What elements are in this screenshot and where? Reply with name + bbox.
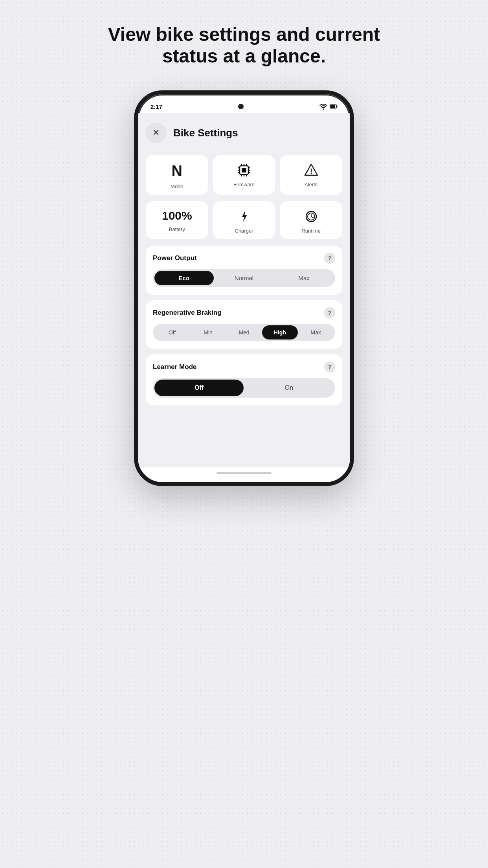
regen-braking-panel: Regenerative Braking ? Off Min Med High … — [146, 300, 342, 349]
regen-off-option[interactable]: Off — [154, 325, 190, 339]
learner-mode-help-button[interactable]: ? — [324, 362, 335, 373]
regen-braking-control: Off Min Med High Max — [153, 324, 335, 341]
mode-icon: N — [172, 163, 182, 180]
page-headline: View bike settings and currentstatus at … — [108, 24, 380, 67]
tile-runtime[interactable]: Runtime — [280, 201, 342, 239]
regen-max-option[interactable]: Max — [298, 325, 334, 339]
charger-label: Charger — [235, 228, 253, 234]
mode-label: Mode — [171, 184, 183, 189]
tile-firmware[interactable]: Firmware — [213, 155, 275, 195]
runtime-label: Runtime — [301, 228, 320, 234]
power-output-max-option[interactable]: Max — [274, 271, 334, 285]
learner-mode-control: Off On — [153, 378, 335, 398]
screen-header: ✕ Bike Settings — [146, 123, 342, 143]
regen-braking-header: Regenerative Braking ? — [153, 307, 335, 318]
power-output-normal-option[interactable]: Normal — [215, 271, 274, 285]
regen-high-option[interactable]: High — [262, 325, 297, 339]
svg-rect-1 — [337, 106, 338, 108]
firmware-icon — [237, 163, 251, 178]
svg-point-18 — [310, 173, 312, 174]
battery-value-icon: 100% — [162, 209, 192, 222]
alerts-label: Alerts — [305, 182, 317, 187]
learner-on-option[interactable]: On — [244, 380, 334, 396]
charger-icon — [237, 209, 251, 224]
tile-mode[interactable]: N Mode — [146, 155, 208, 195]
svg-rect-2 — [330, 105, 335, 108]
home-bar — [138, 467, 350, 482]
alerts-icon — [304, 163, 319, 178]
tiles-row-2: 100% Battery Charger — [146, 201, 342, 239]
regen-braking-title: Regenerative Braking — [153, 309, 222, 317]
home-bar-indicator — [216, 472, 272, 474]
phone-shell: 2:17 — [134, 90, 354, 486]
svg-line-23 — [311, 217, 313, 218]
close-button[interactable]: ✕ — [146, 123, 166, 143]
status-icons — [319, 103, 338, 110]
camera-cutout — [238, 104, 244, 109]
power-output-panel: Power Output ? Eco Normal Max — [146, 246, 342, 295]
power-output-title: Power Output — [153, 254, 196, 262]
regen-med-option[interactable]: Med — [226, 325, 262, 339]
screen-title: Bike Settings — [173, 127, 238, 139]
screen-content: ✕ Bike Settings N Mode — [138, 113, 350, 467]
power-output-control: Eco Normal Max — [153, 269, 335, 287]
firmware-label: Firmware — [233, 182, 255, 187]
tile-battery[interactable]: 100% Battery — [146, 201, 208, 239]
learner-mode-panel: Learner Mode ? Off On — [146, 354, 342, 406]
runtime-icon — [304, 209, 319, 224]
power-output-header: Power Output ? — [153, 253, 335, 264]
battery-label: Battery — [169, 226, 185, 232]
status-time: 2:17 — [150, 103, 162, 110]
learner-off-option[interactable]: Off — [154, 380, 244, 396]
tile-charger[interactable]: Charger — [213, 201, 275, 239]
learner-mode-title: Learner Mode — [153, 363, 196, 371]
tile-alerts[interactable]: Alerts — [280, 155, 342, 195]
wifi-icon — [319, 103, 327, 110]
power-output-eco-option[interactable]: Eco — [154, 271, 214, 285]
power-output-help-button[interactable]: ? — [324, 253, 335, 264]
tiles-row-1: N Mode — [146, 155, 342, 195]
svg-rect-4 — [242, 168, 246, 172]
battery-icon — [330, 104, 338, 109]
status-bar: 2:17 — [138, 94, 350, 113]
learner-mode-header: Learner Mode ? — [153, 362, 335, 373]
regen-min-option[interactable]: Min — [190, 325, 226, 339]
regen-braking-help-button[interactable]: ? — [324, 307, 335, 318]
